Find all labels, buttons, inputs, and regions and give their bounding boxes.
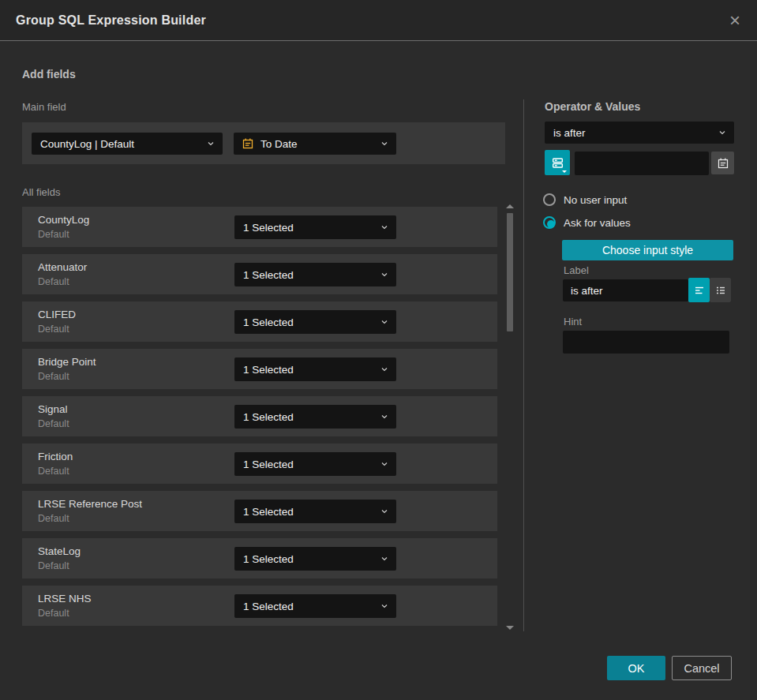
field-alias: Default [38, 229, 69, 240]
field-selection-value: 1 Selected [234, 364, 380, 376]
chevron-down-icon [380, 601, 389, 611]
field-alias: Default [38, 560, 69, 571]
label-input[interactable] [563, 279, 688, 301]
radio-ask-for-values[interactable]: Ask for values [543, 216, 631, 229]
field-selection-dropdown[interactable]: 1 Selected [234, 215, 396, 239]
main-field-dropdown-value: CountyLog | Default [32, 138, 206, 150]
chevron-down-icon [380, 223, 389, 232]
radio-circle-icon [543, 193, 556, 206]
chevron-down-icon [380, 317, 389, 327]
main-field-row: CountyLog | Default To Date [22, 122, 505, 164]
field-selection-dropdown[interactable]: 1 Selected [234, 357, 396, 381]
field-name: StateLog [38, 545, 81, 557]
panel-divider [523, 99, 524, 631]
field-name: Signal [38, 403, 68, 415]
chevron-down-icon [380, 365, 389, 374]
operator-dropdown-value: is after [545, 127, 718, 139]
radio-label: No user input [564, 194, 627, 206]
dialog-titlebar: Group SQL Expression Builder × [0, 0, 757, 41]
main-field-dropdown[interactable]: CountyLog | Default [32, 133, 223, 155]
date-picker-button[interactable] [711, 152, 734, 174]
chevron-down-icon [380, 459, 389, 469]
scrollbar-down-arrow[interactable] [506, 626, 514, 630]
field-row: AttenuatorDefault1 Selected [22, 254, 497, 294]
chevron-down-icon [718, 128, 727, 137]
field-selection-dropdown[interactable]: 1 Selected [234, 405, 396, 429]
field-name: Bridge Point [38, 356, 96, 368]
field-row: CLIFEDDefault1 Selected [22, 301, 497, 342]
align-left-icon [693, 284, 706, 297]
group-sql-expression-builder-dialog: Group SQL Expression Builder × Add field… [0, 0, 757, 700]
field-row: Bridge PointDefault1 Selected [22, 349, 497, 389]
chevron-down-icon [380, 270, 389, 279]
date-field-dropdown-value: To Date [254, 138, 380, 150]
list-input-style-button[interactable] [710, 278, 731, 302]
choose-input-style-button[interactable]: Choose input style [562, 240, 733, 260]
operator-dropdown[interactable]: is after [545, 122, 734, 144]
scrollbar-up-arrow[interactable] [506, 204, 514, 208]
stacked-values-icon [551, 156, 564, 170]
field-name: CountyLog [38, 214, 89, 226]
field-name: CLIFED [38, 309, 76, 320]
hint-input[interactable] [563, 331, 729, 354]
field-name: LRSE NHS [38, 593, 92, 605]
scrollbar-thumb[interactable] [507, 213, 513, 331]
field-selection-dropdown[interactable]: 1 Selected [234, 263, 396, 286]
field-selection-dropdown[interactable]: 1 Selected [234, 310, 396, 334]
label-label: Label [564, 264, 589, 276]
all-fields-label: All fields [22, 186, 60, 198]
field-selection-value: 1 Selected [234, 411, 380, 423]
chevron-down-icon [380, 139, 389, 148]
date-field-dropdown[interactable]: To Date [234, 133, 396, 155]
fields-list: CountyLogDefault1 SelectedAttenuatorDefa… [22, 207, 497, 633]
field-row: CountyLogDefault1 Selected [22, 207, 497, 247]
field-alias: Default [38, 513, 69, 524]
field-name: LRSE Reference Post [38, 498, 142, 510]
main-field-label: Main field [22, 101, 66, 113]
field-selection-value: 1 Selected [234, 222, 380, 234]
field-selection-value: 1 Selected [234, 269, 380, 281]
field-selection-dropdown[interactable]: 1 Selected [234, 594, 396, 618]
field-selection-value: 1 Selected [234, 601, 380, 612]
field-row: LRSE Reference PostDefault1 Selected [22, 491, 497, 531]
calendar-icon [242, 137, 254, 150]
value-input[interactable] [575, 152, 709, 175]
field-alias: Default [38, 276, 69, 287]
field-alias: Default [38, 371, 69, 382]
field-selection-dropdown[interactable]: 1 Selected [234, 452, 396, 476]
close-icon[interactable]: × [722, 8, 748, 33]
hint-label: Hint [564, 316, 582, 328]
ok-button[interactable]: OK [607, 656, 665, 680]
field-selection-dropdown[interactable]: 1 Selected [234, 547, 396, 571]
field-alias: Default [38, 324, 69, 335]
field-row: FrictionDefault1 Selected [22, 444, 497, 484]
list-icon [714, 284, 727, 297]
field-row: SignalDefault1 Selected [22, 396, 497, 436]
single-input-style-button[interactable] [688, 278, 710, 302]
radio-no-user-input[interactable]: No user input [543, 193, 627, 206]
field-row: LRSE NHSDefault1 Selected [22, 586, 497, 626]
operator-values-heading: Operator & Values [545, 100, 640, 113]
field-alias: Default [38, 466, 69, 477]
field-name: Attenuator [38, 261, 87, 273]
field-alias: Default [38, 608, 69, 619]
dialog-title: Group SQL Expression Builder [16, 13, 206, 28]
field-selection-value: 1 Selected [234, 553, 380, 565]
field-alias: Default [38, 418, 69, 429]
add-fields-heading: Add fields [22, 68, 76, 80]
field-selection-dropdown[interactable]: 1 Selected [234, 500, 396, 523]
value-source-button[interactable] [545, 150, 570, 175]
field-selection-value: 1 Selected [234, 459, 380, 470]
mini-dropdown-arrow-icon [562, 170, 567, 173]
field-name: Friction [38, 451, 73, 462]
chevron-down-icon [380, 412, 389, 421]
cancel-button[interactable]: Cancel [672, 656, 732, 680]
chevron-down-icon [206, 139, 215, 148]
calendar-icon [717, 157, 729, 170]
field-selection-value: 1 Selected [234, 316, 380, 328]
radio-circle-icon [543, 216, 556, 229]
radio-label: Ask for values [564, 217, 631, 229]
chevron-down-icon [380, 554, 389, 563]
chevron-down-icon [380, 507, 389, 516]
field-row: StateLogDefault1 Selected [22, 538, 497, 578]
